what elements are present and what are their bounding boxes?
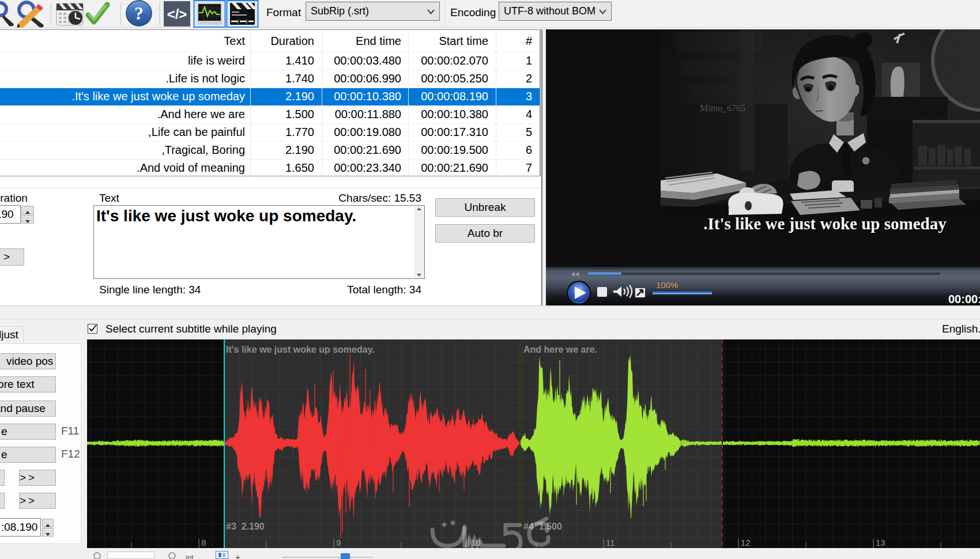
svg-text:12: 12 — [741, 538, 751, 547]
svg-text:Mimo_6765: Mimo_6765 — [700, 103, 745, 113]
svg-text:11: 11 — [606, 538, 615, 547]
svg-text:</>: </> — [167, 6, 187, 22]
svg-text:And here we are.: And here we are. — [523, 345, 597, 354]
svg-text:It's like we just woke up some: It's like we just woke up someday. — [226, 345, 375, 354]
svg-text:8: 8 — [201, 538, 206, 547]
svg-text:?: ? — [134, 3, 144, 24]
svg-text:#3 2.190: #3 2.190 — [226, 522, 265, 531]
svg-text:100%: 100% — [656, 280, 678, 290]
svg-text:9: 9 — [336, 538, 341, 547]
svg-text:13: 13 — [876, 538, 885, 547]
